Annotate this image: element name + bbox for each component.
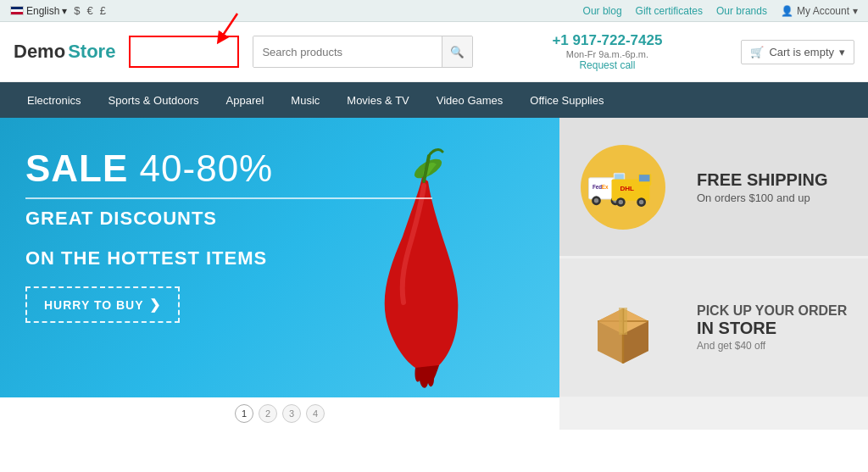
sidebar-banners: DHL Fed Ex FREE SHIPPING On orders $100 …	[559, 118, 868, 430]
account-label: My Account	[797, 5, 849, 17]
currency-eur[interactable]: €	[87, 4, 93, 17]
search-input[interactable]	[253, 36, 442, 67]
my-account-button[interactable]: 👤 My Account ▾	[781, 5, 858, 17]
svg-rect-12	[639, 175, 650, 181]
top-bar-right: Our blog Gift certificates Our brands 👤 …	[583, 5, 858, 17]
hurry-to-buy-button[interactable]: HURRY TO BUY ❯	[25, 286, 180, 323]
phone-block: +1 917-722-7425 Mon-Fr 9a.m.-6p.m. Reque…	[487, 32, 727, 71]
svg-line-1	[220, 14, 237, 39]
svg-point-16	[639, 199, 643, 203]
banner-subtitle2: ON THE HOTTEST ITEMS	[25, 247, 534, 269]
phone-highlight: 722-7425	[602, 32, 663, 48]
dot-3[interactable]: 3	[282, 404, 301, 423]
pickup-title: PICK UP YOUR ORDER	[697, 303, 858, 319]
sale-line: SALE 40-80%	[25, 148, 534, 189]
banner-dots: 1 2 3 4	[0, 397, 559, 430]
nav-item-electronics[interactable]: Electronics	[14, 82, 95, 118]
svg-text:Ex: Ex	[602, 184, 609, 190]
top-bar-left: English ▾ $ € £	[10, 4, 106, 17]
currency-usd[interactable]: $	[74, 4, 80, 17]
dot-1[interactable]: 1	[235, 404, 253, 423]
svg-text:DHL: DHL	[620, 185, 634, 192]
svg-rect-5	[615, 174, 624, 180]
search-icon: 🔍	[450, 46, 465, 58]
logo-demo: Demo	[14, 41, 65, 63]
hurry-arrow-icon: ❯	[149, 297, 161, 313]
pickup-subtitle: And get $40 off	[697, 340, 858, 352]
nav-item-music[interactable]: Music	[277, 82, 333, 118]
svg-text:Fed: Fed	[593, 184, 602, 190]
free-shipping-card: DHL Fed Ex FREE SHIPPING On orders $100 …	[559, 118, 868, 256]
red-arrow	[212, 12, 246, 51]
language-label: English	[26, 5, 59, 17]
trucks-circle: DHL Fed Ex	[581, 145, 665, 230]
cart-button[interactable]: 🛒 Cart is empty ▾	[741, 40, 854, 64]
our-brands-link[interactable]: Our brands	[716, 5, 767, 17]
svg-point-14	[619, 199, 623, 203]
nav-item-sports[interactable]: Sports & Outdoors	[95, 82, 213, 118]
dot-4[interactable]: 4	[306, 404, 325, 423]
dot-2[interactable]: 2	[259, 404, 277, 423]
pickup-store: IN STORE	[697, 319, 858, 338]
header-highlight-box	[129, 36, 239, 68]
free-shipping-title: FREE SHIPPING	[697, 170, 858, 190]
trucks-image-area: DHL Fed Ex	[559, 118, 687, 256]
hero-banner: SALE 40-80% GREAT DISCOUNTS ON THE HOTTE…	[0, 118, 559, 397]
main-content: SALE 40-80% GREAT DISCOUNTS ON THE HOTTE…	[0, 118, 868, 430]
search-button[interactable]: 🔍	[442, 36, 472, 67]
gift-certificates-link[interactable]: Gift certificates	[636, 5, 703, 17]
banner-text: SALE 40-80% GREAT DISCOUNTS ON THE HOTTE…	[25, 148, 534, 323]
nav-bar: Electronics Sports & Outdoors Apparel Mu…	[0, 82, 868, 118]
language-selector[interactable]: English ▾	[10, 5, 67, 17]
account-chevron: ▾	[853, 5, 858, 17]
flag-icon	[10, 6, 24, 15]
box-image-area	[559, 258, 687, 397]
header: Demo Store 🔍 +1 917-722-7425 Mon-Fr 9a.m…	[0, 22, 868, 82]
banner-subtitle1: GREAT DISCOUNTS	[25, 208, 534, 230]
svg-point-7	[594, 198, 598, 203]
language-chevron: ▾	[62, 5, 67, 17]
nav-item-movies[interactable]: Movies & TV	[333, 82, 422, 118]
cart-chevron: ▾	[839, 46, 845, 58]
free-bold: FREE	[697, 170, 742, 189]
nav-item-office[interactable]: Office Supplies	[516, 82, 617, 118]
request-call-link[interactable]: Request call	[487, 59, 727, 71]
hurry-label: HURRY TO BUY	[44, 298, 144, 312]
free-shipping-subtitle: On orders $100 and up	[697, 192, 858, 204]
banner-divider	[25, 197, 432, 199]
shipping-rest: SHIPPING	[742, 170, 827, 189]
logo[interactable]: Demo Store	[14, 41, 115, 63]
pickup-card: PICK UP YOUR ORDER IN STORE And get $40 …	[559, 258, 868, 397]
nav-item-apparel[interactable]: Apparel	[213, 82, 278, 118]
logo-store: Store	[68, 41, 115, 63]
our-blog-link[interactable]: Our blog	[583, 5, 622, 17]
banner-section: SALE 40-80% GREAT DISCOUNTS ON THE HOTTE…	[0, 118, 559, 430]
svg-rect-26	[619, 308, 627, 335]
top-bar: English ▾ $ € £ Our blog Gift certificat…	[0, 0, 868, 22]
free-shipping-text: FREE SHIPPING On orders $100 and up	[687, 157, 868, 218]
search-container: 🔍	[253, 36, 473, 68]
pickup-text: PICK UP YOUR ORDER IN STORE And get $40 …	[687, 290, 868, 365]
phone-hours: Mon-Fr 9a.m.-6p.m.	[487, 49, 727, 59]
cart-label: Cart is empty	[769, 46, 834, 58]
phone-number: +1 917-722-7425	[487, 32, 727, 49]
sale-percent: 40-80%	[140, 147, 274, 189]
currency-gbp[interactable]: £	[100, 4, 106, 17]
person-icon: 👤	[781, 5, 793, 17]
nav-item-video-games[interactable]: Video Games	[423, 82, 517, 118]
cart-icon: 🛒	[750, 46, 764, 58]
